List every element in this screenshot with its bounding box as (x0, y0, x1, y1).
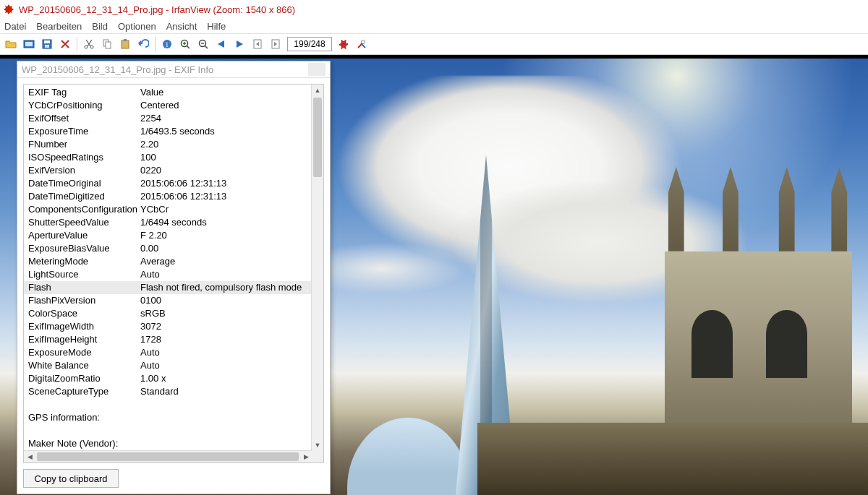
prev-page-icon[interactable] (250, 36, 265, 52)
svg-rect-3 (44, 40, 50, 43)
header-value: Value (140, 86, 307, 99)
exif-key: ExifVersion (28, 164, 140, 177)
exif-value: Standard (140, 385, 307, 398)
cut-icon[interactable] (81, 36, 97, 52)
exif-row[interactable]: ExifVersion0220 (24, 164, 312, 177)
zoom-out-icon[interactable] (195, 36, 211, 52)
exif-key: ExposureTime (28, 125, 140, 138)
exif-dialog: WP_20150606_12_31_14_Pro.jpg - EXIF Info… (17, 61, 331, 494)
exif-row[interactable]: DateTimeOriginal2015:06:06 12:31:13 (24, 177, 312, 190)
copy-icon[interactable] (99, 36, 115, 52)
scroll-left-icon[interactable]: ◀ (24, 451, 35, 462)
exif-value: Centered (140, 99, 307, 112)
svg-text:i: i (166, 40, 169, 48)
zoom-in-icon[interactable] (177, 36, 193, 52)
app-icon (3, 4, 14, 15)
next-icon[interactable] (231, 36, 247, 52)
exif-row[interactable]: ShutterSpeedValue1/6494 seconds (24, 216, 312, 229)
exif-value: Auto (140, 346, 307, 359)
close-icon[interactable] (308, 63, 326, 76)
undo-icon[interactable] (135, 36, 151, 52)
exif-row[interactable]: Maker Note (Vendor): (24, 437, 312, 450)
exif-row[interactable]: ExifImageWidth3072 (24, 320, 312, 333)
exif-value: 1.00 x (140, 372, 307, 385)
exif-row[interactable] (24, 398, 312, 411)
scroll-thumb[interactable] (37, 452, 299, 461)
exif-row[interactable]: FlashFlash not fired, compulsory flash m… (24, 281, 312, 294)
save-icon[interactable] (39, 36, 55, 52)
exif-row[interactable]: ApertureValueF 2.20 (24, 229, 312, 242)
menu-file[interactable]: Datei (4, 21, 26, 32)
paste-icon[interactable] (117, 36, 133, 52)
exif-row[interactable]: MeteringModeAverage (24, 255, 312, 268)
exif-row[interactable]: ExifOffset2254 (24, 112, 312, 125)
exif-row[interactable]: ExposureBiasValue0.00 (24, 242, 312, 255)
delete-icon[interactable] (57, 36, 73, 52)
page-counter[interactable]: 199/248 (287, 37, 332, 51)
exif-value: 1/6494 seconds (140, 216, 307, 229)
exif-row[interactable]: FNumber2.20 (24, 138, 312, 151)
exif-row[interactable]: GPS information: (24, 411, 312, 424)
exif-key (28, 398, 140, 411)
exif-value: F 2.20 (140, 229, 307, 242)
exif-key: ExifImageHeight (28, 333, 140, 346)
exif-row[interactable]: FlashPixVersion0100 (24, 294, 312, 307)
menu-help[interactable]: Hilfe (207, 21, 226, 32)
exif-value: sRGB (140, 307, 307, 320)
menu-image[interactable]: Bild (92, 21, 108, 32)
vertical-scrollbar[interactable]: ▲ ▼ (311, 85, 323, 451)
exif-row[interactable]: ExposureModeAuto (24, 346, 312, 359)
menu-bar: Datei Bearbeiten Bild Optionen Ansicht H… (0, 19, 868, 34)
svg-point-5 (85, 46, 88, 48)
exif-header: EXIF TagValue (24, 86, 312, 99)
exif-key: ShutterSpeedValue (28, 216, 140, 229)
exif-row[interactable]: ExifImageHeight1728 (24, 333, 312, 346)
scroll-right-icon[interactable]: ▶ (300, 451, 312, 462)
exif-key: FlashPixVersion (28, 294, 140, 307)
exif-row[interactable]: SceneCaptureTypeStandard (24, 385, 312, 398)
exif-key: ISOSpeedRatings (28, 151, 140, 164)
exif-row[interactable]: DateTimeDigitized2015:06:06 12:31:13 (24, 190, 312, 203)
info-icon[interactable]: i (159, 36, 175, 52)
scroll-thumb[interactable] (313, 98, 322, 177)
exif-key: ExifOffset (28, 112, 140, 125)
exif-value: 2.20 (140, 138, 307, 151)
dialog-title: WP_20150606_12_31_14_Pro.jpg - EXIF Info (22, 64, 213, 75)
scroll-up-icon[interactable]: ▲ (312, 85, 323, 96)
window-title: WP_20150606_12_31_14_Pro.jpg - IrfanView… (19, 4, 295, 15)
exif-row[interactable]: DigitalZoomRatio1.00 x (24, 372, 312, 385)
exif-row[interactable]: ColorSpacesRGB (24, 307, 312, 320)
exif-value (140, 411, 307, 424)
menu-view[interactable]: Ansicht (166, 21, 197, 32)
menu-options[interactable]: Optionen (118, 21, 156, 32)
slideshow-icon[interactable] (21, 36, 37, 52)
exif-value: Auto (140, 359, 307, 372)
exif-row[interactable]: White BalanceAuto (24, 359, 312, 372)
exif-value: 100 (140, 151, 307, 164)
exif-key: Maker Note (Vendor): (28, 437, 140, 450)
tools-icon[interactable] (354, 36, 370, 52)
exif-row[interactable] (24, 424, 312, 437)
menu-edit[interactable]: Bearbeiten (36, 21, 82, 32)
scroll-down-icon[interactable]: ▼ (312, 439, 323, 451)
image-canvas[interactable]: WP_20150606_12_31_14_Pro.jpg - EXIF Info… (0, 55, 868, 495)
exif-row[interactable]: ComponentsConfigurationYCbCr (24, 203, 312, 216)
exif-row[interactable]: YCbCrPositioningCentered (24, 99, 312, 112)
prev-icon[interactable] (213, 36, 229, 52)
exif-row[interactable]: LightSourceAuto (24, 268, 312, 281)
exif-value: 2015:06:06 12:31:13 (140, 190, 307, 203)
exif-key: ApertureValue (28, 229, 140, 242)
exif-value: 1/6493.5 seconds (140, 125, 307, 138)
dialog-titlebar[interactable]: WP_20150606_12_31_14_Pro.jpg - EXIF Info (17, 61, 330, 78)
exif-key: ExifImageWidth (28, 320, 140, 333)
settings-icon[interactable] (336, 36, 352, 52)
exif-value: Flash not fired, compulsory flash mode (140, 281, 307, 294)
horizontal-scrollbar[interactable]: ◀ ▶ (24, 450, 312, 462)
open-icon[interactable] (3, 36, 19, 52)
exif-key: MeteringMode (28, 255, 140, 268)
exif-row[interactable]: ExposureTime1/6493.5 seconds (24, 125, 312, 138)
exif-row[interactable]: ISOSpeedRatings100 (24, 151, 312, 164)
copy-to-clipboard-button[interactable]: Copy to clipboard (23, 469, 119, 488)
exif-value: 2254 (140, 112, 307, 125)
next-page-icon[interactable] (268, 36, 284, 52)
